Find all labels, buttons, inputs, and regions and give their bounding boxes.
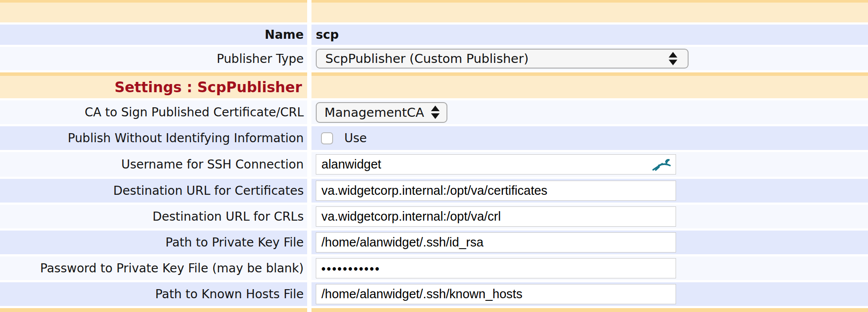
private-key-path-input[interactable] xyxy=(316,232,676,253)
name-row: Name scp xyxy=(0,25,868,45)
ca-select[interactable]: ManagementCA xyxy=(316,102,447,123)
settings-band-right-cell xyxy=(311,72,868,98)
publish-without-label: Publish Without Identifying Information xyxy=(68,131,304,145)
username-row: Username for SSH Connection xyxy=(0,152,868,177)
private-key-password-input[interactable] xyxy=(316,258,676,278)
top-section-band xyxy=(0,0,868,22)
ca-row: CA to Sign Published Certificate/CRL Man… xyxy=(0,100,868,124)
private-key-path-label: Path to Private Key File xyxy=(166,235,304,250)
dest-crls-input[interactable] xyxy=(316,206,676,227)
bottom-band-right-cell xyxy=(311,308,868,312)
known-hosts-path-input[interactable] xyxy=(316,284,676,304)
password-manager-impala-icon[interactable] xyxy=(652,158,671,171)
private-key-password-label: Password to Private Key File (may be bla… xyxy=(40,261,304,275)
dest-crls-label: Destination URL for CRLs xyxy=(152,209,304,224)
dest-crls-row: Destination URL for CRLs xyxy=(0,205,868,228)
publish-without-checkbox[interactable] xyxy=(321,132,333,144)
bottom-section-band xyxy=(0,308,868,312)
publisher-type-label: Publisher Type xyxy=(217,52,304,66)
username-input[interactable] xyxy=(316,154,676,175)
publish-without-row: Publish Without Identifying Information … xyxy=(0,126,868,150)
private-key-path-row: Path to Private Key File xyxy=(0,231,868,254)
publisher-edit-form: Name scp Publisher Type ScpPublisher (Cu… xyxy=(0,0,868,312)
settings-section-band: Settings : ScpPublisher xyxy=(0,72,868,98)
settings-section-title: Settings : ScpPublisher xyxy=(114,79,304,96)
name-label: Name xyxy=(265,28,304,42)
name-value: scp xyxy=(316,28,339,42)
ca-selected-value: ManagementCA xyxy=(324,105,424,120)
top-band-right-cell xyxy=(311,0,868,22)
known-hosts-path-row: Path to Known Hosts File xyxy=(0,282,868,306)
publisher-type-selected-value: ScpPublisher (Custom Publisher) xyxy=(325,51,528,66)
bottom-band-left-cell xyxy=(0,308,307,312)
publish-without-checkbox-label: Use xyxy=(344,131,367,145)
username-label: Username for SSH Connection xyxy=(121,157,304,172)
publisher-type-row: Publisher Type ScpPublisher (Custom Publ… xyxy=(0,47,868,70)
publisher-type-select[interactable]: ScpPublisher (Custom Publisher) xyxy=(316,49,689,69)
dest-certs-input[interactable] xyxy=(316,181,676,201)
known-hosts-path-label: Path to Known Hosts File xyxy=(155,287,304,301)
select-updown-arrows-icon xyxy=(669,52,677,66)
dest-certs-row: Destination URL for Certificates xyxy=(0,179,868,203)
top-band-left-cell xyxy=(0,0,307,22)
select-updown-arrows-icon xyxy=(431,106,440,119)
private-key-password-row: Password to Private Key File (may be bla… xyxy=(0,256,868,280)
dest-certs-label: Destination URL for Certificates xyxy=(113,184,304,198)
ca-label: CA to Sign Published Certificate/CRL xyxy=(85,105,304,119)
